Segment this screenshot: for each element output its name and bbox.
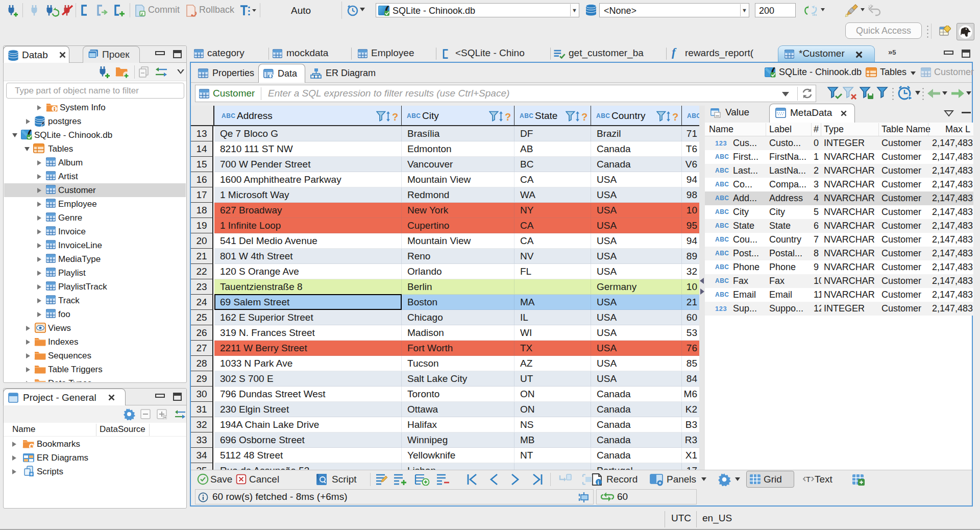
svg-text:?: ? [505, 111, 511, 123]
svg-text:?: ? [581, 111, 587, 123]
svg-text:?: ? [392, 111, 398, 123]
svg-text:?: ? [672, 111, 678, 123]
svg-text:i: i [598, 479, 599, 486]
svg-text:T: T [806, 475, 811, 484]
